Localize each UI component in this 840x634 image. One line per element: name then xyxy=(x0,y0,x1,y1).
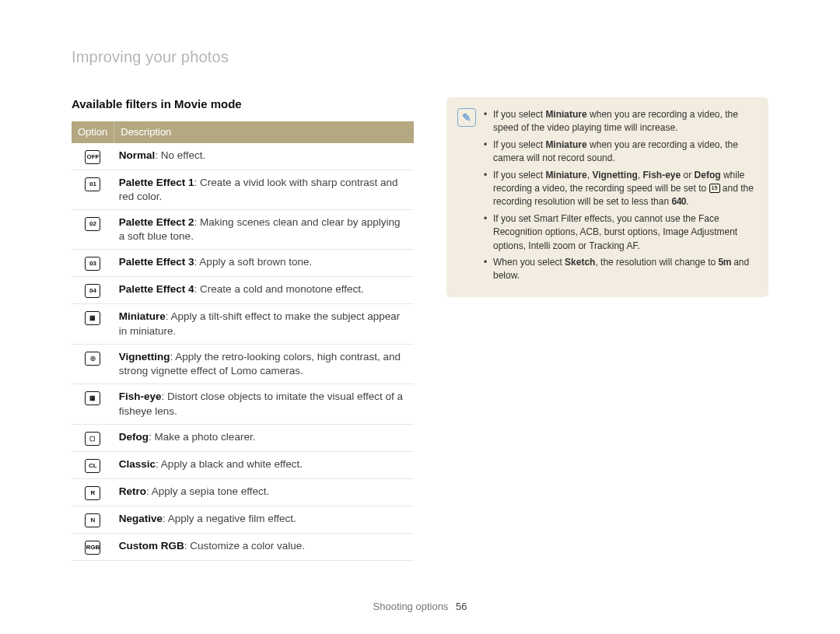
option-name: Negative xyxy=(119,513,163,524)
option-icon-cell: RGB xyxy=(72,533,114,560)
option-description: Palette Effect 1: Create a vivid look wi… xyxy=(114,170,414,209)
filters-table: Option Description OFFNormal: No effect.… xyxy=(72,121,414,561)
table-row: ◎Vignetting: Apply the retro-looking col… xyxy=(72,344,414,384)
table-row: 02Palette Effect 2: Making scenes clean … xyxy=(72,209,414,249)
filter-off-icon: OFF xyxy=(85,150,100,164)
option-name: Miniature xyxy=(119,310,166,322)
option-icon-cell: R xyxy=(72,478,114,506)
defog-icon: ▢ xyxy=(85,432,100,446)
breadcrumb: Improving your photos xyxy=(72,48,768,66)
manual-page: Improving your photos Available filters … xyxy=(0,0,840,634)
th-option: Option xyxy=(72,121,114,143)
negative-icon: N xyxy=(85,513,100,527)
note-item: If you set Smart Filter effects, you can… xyxy=(484,212,754,253)
option-icon-cell: ▦ xyxy=(72,304,114,344)
note-item: If you select Miniature, Vignetting, Fis… xyxy=(484,169,754,209)
inline-glyph: 5m xyxy=(719,256,731,269)
option-icon-cell: OFF xyxy=(72,143,114,170)
left-column: Available filters in Movie mode Option D… xyxy=(72,97,414,561)
table-row: 04Palette Effect 4: Create a cold and mo… xyxy=(72,277,414,304)
section-subheading: Available filters in Movie mode xyxy=(72,97,414,110)
footer-section: Shooting options xyxy=(373,601,449,612)
option-description: Normal: No effect. xyxy=(114,143,414,170)
notes-list: If you select Miniature when you are rec… xyxy=(484,108,754,286)
option-name: Fish-eye xyxy=(119,391,162,402)
table-row: 01Palette Effect 1: Create a vivid look … xyxy=(72,170,414,209)
option-icon-cell: 01 xyxy=(72,170,114,209)
footer-page-number: 56 xyxy=(456,601,467,612)
option-icon-cell: 02 xyxy=(72,209,114,249)
option-description: Classic: Apply a black and white effect. xyxy=(114,451,414,478)
palette-03-icon: 03 xyxy=(85,257,100,271)
option-name: Custom RGB xyxy=(119,540,184,552)
option-icon-cell: ▦ xyxy=(72,384,114,424)
content-columns: Available filters in Movie mode Option D… xyxy=(72,97,768,561)
option-description: Palette Effect 3: Apply a soft brown ton… xyxy=(114,250,414,277)
classic-icon: CL xyxy=(85,459,100,473)
palette-04-icon: 04 xyxy=(85,284,100,298)
option-name: Palette Effect 3 xyxy=(119,256,194,268)
option-description: Defog: Make a photo clearer. xyxy=(114,424,414,451)
table-row: NNegative: Apply a negative film effect. xyxy=(72,506,414,533)
inline-glyph: 640 xyxy=(671,195,686,208)
table-row: CLClassic: Apply a black and white effec… xyxy=(72,451,414,478)
option-description: Miniature: Apply a tilt-shift effect to … xyxy=(114,304,414,344)
note-item: If you select Miniature when you are rec… xyxy=(484,138,754,166)
option-icon-cell: ◎ xyxy=(72,344,114,384)
table-row: ▦Fish-eye: Distort close objects to imit… xyxy=(72,384,414,424)
fps-15-icon: 15 xyxy=(709,184,720,193)
miniature-icon: ▦ xyxy=(85,311,100,325)
page-footer: Shooting options 56 xyxy=(0,601,840,612)
option-name: Palette Effect 2 xyxy=(119,216,194,228)
note-box: ✎ If you select Miniature when you are r… xyxy=(446,97,768,297)
note-item: When you select Sketch, the resolution w… xyxy=(484,256,754,283)
option-name: Vignetting xyxy=(119,351,170,363)
th-description: Description xyxy=(114,121,414,143)
table-row: RRetro: Apply a sepia tone effect. xyxy=(72,478,414,506)
option-description: Fish-eye: Distort close objects to imita… xyxy=(114,384,414,424)
option-name: Defog xyxy=(119,431,149,443)
retro-icon: R xyxy=(85,486,100,500)
table-row: ▦Miniature: Apply a tilt-shift effect to… xyxy=(72,304,414,344)
palette-01-icon: 01 xyxy=(85,177,100,191)
option-name: Retro xyxy=(119,485,146,497)
option-description: Custom RGB: Customize a color value. xyxy=(114,533,414,560)
table-row: ▢Defog: Make a photo clearer. xyxy=(72,424,414,451)
option-description: Retro: Apply a sepia tone effect. xyxy=(114,478,414,506)
option-icon-cell: ▢ xyxy=(72,424,114,451)
option-description: Palette Effect 4: Create a cold and mono… xyxy=(114,277,414,304)
option-icon-cell: N xyxy=(72,506,114,533)
palette-02-icon: 02 xyxy=(85,217,100,231)
option-description: Negative: Apply a negative film effect. xyxy=(114,506,414,533)
note-info-icon: ✎ xyxy=(457,108,476,127)
table-row: RGBCustom RGB: Customize a color value. xyxy=(72,533,414,560)
vignetting-icon: ◎ xyxy=(85,352,100,366)
table-row: OFFNormal: No effect. xyxy=(72,143,414,170)
option-name: Palette Effect 4 xyxy=(119,283,194,295)
table-row: 03Palette Effect 3: Apply a soft brown t… xyxy=(72,250,414,277)
fisheye-icon: ▦ xyxy=(85,391,100,405)
custom-rgb-icon: RGB xyxy=(85,541,100,555)
option-icon-cell: 04 xyxy=(72,277,114,304)
option-description: Palette Effect 2: Making scenes clean an… xyxy=(114,209,414,249)
option-name: Classic xyxy=(119,458,156,470)
option-icon-cell: CL xyxy=(72,451,114,478)
option-name: Palette Effect 1 xyxy=(119,177,194,188)
note-item: If you select Miniature when you are rec… xyxy=(484,108,754,135)
option-icon-cell: 03 xyxy=(72,250,114,277)
option-description: Vignetting: Apply the retro-looking colo… xyxy=(114,344,414,384)
option-name: Normal xyxy=(119,149,156,161)
